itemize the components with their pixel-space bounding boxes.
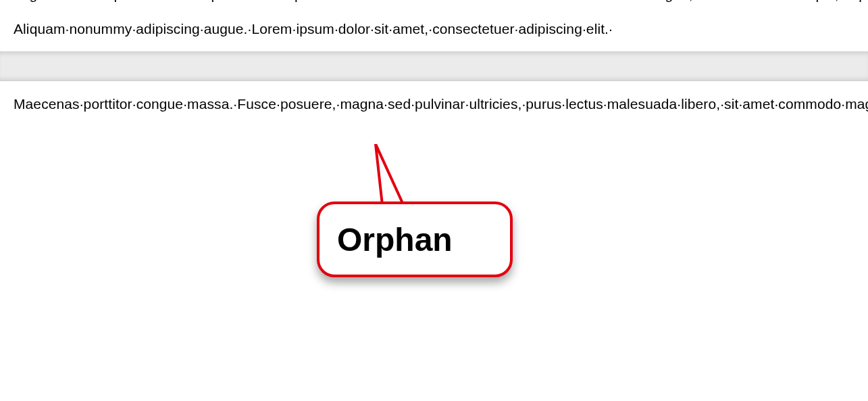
orphan-line: Aliquam·nonummy·adipiscing·augue.·Lorem·… bbox=[14, 18, 854, 39]
callout-tail-icon bbox=[370, 144, 417, 209]
document-page-2: Maecenas·porttitor·congue·massa.·Fusce·p… bbox=[0, 81, 868, 114]
orphan-callout: Orphan bbox=[317, 202, 513, 277]
paragraph: Maecenas·porttitor·congue·massa.·Fusce·p… bbox=[14, 93, 854, 114]
callout-label: Orphan bbox=[337, 221, 453, 258]
page-break-gap bbox=[0, 51, 868, 81]
document-page-1: augue.·Nam·vulputate.·Duis·a·quam·non·ne… bbox=[0, 0, 868, 51]
paragraph: augue.·Nam·vulputate.·Duis·a·quam·non·ne… bbox=[14, 0, 854, 5]
